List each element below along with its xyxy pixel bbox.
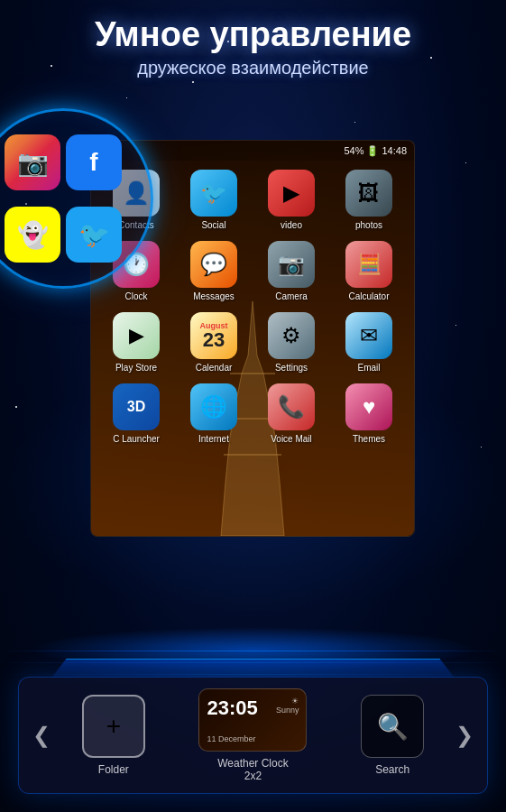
app-item-internet[interactable]: 🌐Internet <box>176 378 252 448</box>
app-icon-video: ▶ <box>268 170 315 217</box>
app-item-video[interactable]: ▶video <box>253 164 329 234</box>
app-icon-calendar: August23 <box>190 312 237 359</box>
widget-time: 23:05 <box>207 697 257 720</box>
app-item-clauncher[interactable]: 3DC Launcher <box>98 378 174 448</box>
folder-plus-icon: + <box>106 712 121 741</box>
sub-title: дружеское взаимодействие <box>0 58 506 78</box>
tray-items: + Folder 23:05 11 December ☀Sunny Weathe… <box>55 688 451 782</box>
folder-label: Folder <box>98 763 129 776</box>
battery-icon: 🔋 <box>366 145 379 157</box>
app-icon-messages: 💬 <box>190 241 237 288</box>
widget-label: Weather Clock2x2 <box>217 757 288 782</box>
app-icon-camera: 📷 <box>268 241 315 288</box>
bottom-tray: ❮ + Folder 23:05 11 December ☀Sunny Weat… <box>18 677 488 794</box>
app-item-email[interactable]: ✉Email <box>331 307 407 376</box>
app-label-calculator: Calculator <box>348 291 389 301</box>
search-icon[interactable]: 🔍 <box>361 695 424 758</box>
status-time: 14:48 <box>382 145 407 156</box>
app-icon-settings: ⚙ <box>268 312 315 359</box>
facebook-icon[interactable]: f <box>66 134 122 190</box>
app-icon-playstore: ▶ <box>113 312 160 359</box>
app-icon-photos: 🖼 <box>345 170 392 217</box>
app-item-calculator[interactable]: 🧮Calculator <box>331 235 407 305</box>
instagram-icon[interactable]: 📷 <box>5 134 60 190</box>
app-label-video: video <box>281 220 302 230</box>
app-label-calendar: Calendar <box>196 363 233 373</box>
tray-widget-item[interactable]: 23:05 11 December ☀Sunny Weather Clock2x… <box>198 688 307 782</box>
app-item-calendar[interactable]: August23Calendar <box>176 307 252 376</box>
tray-right-arrow[interactable]: ❯ <box>451 723 478 748</box>
app-icon-voicemail: 📞 <box>268 383 315 430</box>
main-title: Умное управление <box>0 16 506 54</box>
app-item-photos[interactable]: 🖼photos <box>331 164 407 234</box>
twitter-icon[interactable]: 🐦 <box>66 207 122 263</box>
app-icon-social: 🐦 <box>190 170 237 217</box>
app-label-clauncher: C Launcher <box>113 434 160 444</box>
app-item-playstore[interactable]: ▶Play Store <box>98 307 174 376</box>
app-label-clock: Clock <box>124 291 147 301</box>
snapchat-icon[interactable]: 👻 <box>5 207 60 263</box>
app-label-internet: Internet <box>198 434 229 444</box>
search-magnifier: 🔍 <box>377 712 409 742</box>
app-item-settings[interactable]: ⚙Settings <box>253 307 329 376</box>
app-label-email: Email <box>357 363 380 373</box>
app-icon-themes: ♥ <box>345 383 392 430</box>
widget-weather: ☀Sunny <box>276 697 299 715</box>
tray-search-item[interactable]: 🔍 Search <box>361 695 424 776</box>
app-item-voicemail[interactable]: 📞Voice Mail <box>253 378 329 448</box>
widget-date: 11 December <box>207 734 255 743</box>
app-label-themes: Themes <box>353 434 385 444</box>
search-label: Search <box>375 763 409 776</box>
app-label-voicemail: Voice Mail <box>271 434 312 444</box>
app-item-messages[interactable]: 💬Messages <box>176 235 252 305</box>
app-icon-calculator: 🧮 <box>345 241 392 288</box>
tray-folder-item[interactable]: + Folder <box>82 695 145 776</box>
folder-icon[interactable]: + <box>82 695 145 758</box>
app-label-playstore: Play Store <box>115 363 157 373</box>
app-icon-email: ✉ <box>345 312 392 359</box>
app-label-camera: Camera <box>275 291 308 301</box>
battery-percent: 54% <box>344 145 363 156</box>
app-label-photos: photos <box>355 220 382 230</box>
battery-indicator: 54% 🔋 14:48 <box>344 145 407 157</box>
app-item-camera[interactable]: 📷Camera <box>253 235 329 305</box>
title-section: Умное управление дружеское взаимодействи… <box>0 16 506 78</box>
tray-left-arrow[interactable]: ❮ <box>28 723 55 748</box>
app-icon-internet: 🌐 <box>190 383 237 430</box>
app-label-messages: Messages <box>193 291 235 301</box>
app-label-settings: Settings <box>275 363 308 373</box>
app-item-themes[interactable]: ♥Themes <box>331 378 407 448</box>
weather-clock-widget[interactable]: 23:05 11 December ☀Sunny <box>198 688 307 752</box>
app-icon-clauncher: 3D <box>113 383 160 430</box>
app-label-social: Social <box>201 220 225 230</box>
app-item-social[interactable]: 🐦Social <box>176 164 252 234</box>
